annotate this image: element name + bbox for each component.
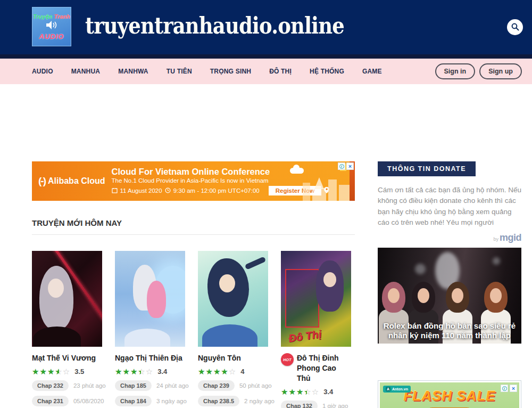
ad-photo-decoration — [493, 257, 500, 265]
hot-badge: HOT — [281, 353, 294, 366]
cover-art-decoration — [245, 256, 267, 270]
flash-sale-ad[interactable]: A Anten.vn i × FLASH SALE XEM NGAY — [378, 380, 521, 408]
chapter-row: Chap 231 05/08/2020 — [32, 396, 102, 406]
donate-text: Cám ơn tất cả các bạn đã ủng hộ nhóm. Nế… — [378, 185, 521, 228]
logo-text: Truyện Tranh — [33, 13, 70, 20]
star-rating-icon: ☆☆☆☆☆ ★★★★★ — [32, 368, 70, 376]
site-logo[interactable]: Truyện Tranh AUDIO — [32, 7, 71, 46]
nav-item-manhua[interactable]: MANHUA — [71, 68, 101, 75]
chapter-link[interactable]: Chap 239 — [198, 380, 235, 391]
info-icon: i — [502, 386, 507, 391]
nav-item-do-thi[interactable]: ĐÔ THỊ — [269, 68, 292, 75]
comic-card: Đô Thị HOT Đô Thị Đỉnh Phong Cao Thủ ☆☆☆… — [281, 251, 351, 408]
comic-cover-image[interactable] — [115, 251, 185, 347]
search-button[interactable] — [507, 19, 523, 35]
ad-info-button[interactable]: i — [501, 385, 508, 392]
logo-audio-label: AUDIO — [39, 32, 64, 40]
comic-title-link[interactable]: Nguyên Tôn — [198, 353, 241, 363]
comic-cover-image[interactable] — [198, 251, 268, 347]
ad-title: Cloud For Vietnam Online Conference — [112, 167, 330, 177]
chapter-link[interactable]: Chap 238.5 — [198, 396, 239, 406]
comic-title-link[interactable]: Ngạo Thị Thiên Địa — [115, 353, 182, 363]
chapter-time: 1 giờ ago — [322, 403, 348, 408]
ad-time: 9:30 am - 12:00 pm UTC+07:00 — [173, 187, 260, 194]
content-area: (-) Alibaba Cloud Cloud For Vietnam Onli… — [0, 84, 532, 408]
nav-item-trong-sinh[interactable]: TRỌNG SINH — [210, 68, 251, 75]
ad-controls: i × — [338, 162, 354, 170]
ad-controls: i × — [501, 385, 517, 392]
chapter-time: 23 phút ago — [73, 382, 106, 389]
ad-info-button[interactable]: i — [338, 162, 345, 170]
cover-art-decoration — [323, 272, 336, 287]
chapter-row: Chap 238.5 2 ngày ago — [198, 396, 268, 406]
sign-in-button[interactable]: Sign in — [435, 63, 476, 79]
comic-cover-image[interactable]: Đô Thị — [281, 251, 351, 347]
chapter-link[interactable]: Chap 185 — [115, 380, 152, 391]
alibaba-cloud-logo: (-) Alibaba Cloud — [38, 175, 105, 187]
header-divider — [0, 54, 532, 59]
main-nav: AUDIO MANHUA MANHWA TU TIÊN TRỌNG SINH Đ… — [0, 59, 532, 84]
sidebar: THÔNG TIN DONATE Cám ơn tất cả các bạn đ… — [378, 161, 521, 408]
donate-header: THÔNG TIN DONATE — [378, 161, 476, 176]
chapter-link[interactable]: Chap 184 — [115, 396, 152, 406]
clock-icon — [165, 187, 171, 194]
ad-source-badge[interactable]: A Anten.vn — [383, 386, 411, 393]
chapter-time: 3 ngày ago — [156, 398, 187, 404]
info-icon: i — [339, 164, 344, 169]
cover-art-decoration — [124, 329, 170, 347]
comic-card: Nguyên Tôn ☆☆☆☆☆ ★★★★★ 4 Chap 239 50 phú… — [198, 251, 268, 408]
rating-row: ☆☆☆☆☆ ★★★★★ 3.5 — [32, 368, 102, 376]
nav-item-game[interactable]: GAME — [362, 68, 382, 75]
mgid-attribution[interactable]: bymgid — [378, 232, 521, 243]
chapter-time: 05/08/2020 — [73, 398, 104, 404]
alibaba-ad-banner[interactable]: (-) Alibaba Cloud Cloud For Vietnam Onli… — [32, 161, 355, 201]
ad-close-button[interactable]: × — [510, 385, 517, 392]
nav-item-manhwa[interactable]: MANHWA — [118, 68, 148, 75]
cover-art-decoration — [33, 327, 81, 347]
close-icon: × — [512, 386, 515, 391]
rating-value: 3.4 — [157, 368, 167, 376]
chapter-row: Chap 185 24 phút ago — [115, 380, 185, 391]
rating-value: 3.5 — [74, 368, 84, 376]
section-title: TRUYỆN MỚI HÔM NAY — [32, 218, 355, 227]
nav-item-audio[interactable]: AUDIO — [32, 68, 53, 75]
comic-title-link[interactable]: Mạt Thế Vi Vương — [32, 353, 96, 363]
page-title: truyentranhaudio.online — [85, 13, 344, 39]
comic-card: Mạt Thế Vi Vương ☆☆☆☆☆ ★★★★★ 3.5 Chap 23… — [32, 251, 102, 408]
alibaba-brackets-icon: (-) — [38, 175, 45, 187]
comic-cover-image[interactable] — [32, 251, 102, 347]
header: Truyện Tranh AUDIO truyentranhaudio.onli… — [0, 0, 532, 54]
nav-item-tu-tien[interactable]: TU TIÊN — [167, 68, 192, 75]
chapter-link[interactable]: Chap 132 — [281, 401, 318, 408]
search-icon — [511, 22, 519, 32]
cover-art-decoration — [147, 281, 166, 318]
cover-art-decoration — [219, 274, 235, 292]
native-ad-caption: Rolex bán đồng hồ bản sao siêu rẻ nhân k… — [378, 321, 521, 341]
register-now-button[interactable]: Register Now — [269, 186, 322, 195]
star-rating-icon: ☆☆☆☆☆ ★★★★★ — [115, 368, 153, 376]
ad-meta-row: 11 August 2020 9:30 am - 12:00 pm UTC+07… — [112, 186, 330, 195]
rating-value: 4 — [240, 368, 244, 376]
ad-text-block: Cloud For Vietnam Online Conference The … — [112, 167, 330, 196]
comic-title-link[interactable]: Đô Thị Đỉnh Phong Cao Thủ — [297, 353, 351, 383]
chapter-link[interactable]: Chap 232 — [32, 380, 69, 391]
comic-card-list: Mạt Thế Vi Vương ☆☆☆☆☆ ★★★★★ 3.5 Chap 23… — [32, 251, 355, 408]
sign-up-button[interactable]: Sign up — [479, 63, 522, 79]
close-icon: × — [348, 164, 352, 169]
chapter-row: Chap 132 1 giờ ago — [281, 401, 351, 408]
chapter-row: Chap 232 23 phút ago — [32, 380, 102, 391]
ad-close-button[interactable]: × — [346, 162, 354, 170]
chapter-link[interactable]: Chap 231 — [32, 396, 69, 406]
mgid-logo: mgid — [500, 232, 521, 243]
rating-row: ☆☆☆☆☆ ★★★★★ 4 — [198, 368, 268, 376]
nav-item-he-thong[interactable]: HỆ THỐNG — [310, 68, 344, 75]
section-divider — [32, 234, 355, 235]
speaker-icon — [46, 20, 57, 32]
chapter-time: 2 ngày ago — [244, 398, 275, 404]
native-ad[interactable]: Rolex bán đồng hồ bản sao siêu rẻ nhân k… — [378, 248, 521, 344]
auth-buttons: Sign in Sign up — [435, 63, 522, 79]
cover-art-decoration: Đô Thị — [288, 328, 322, 345]
chapter-time: 50 phút ago — [239, 382, 272, 389]
star-rating-icon: ☆☆☆☆☆ ★★★★★ — [198, 368, 236, 376]
star-rating-icon: ☆☆☆☆☆ ★★★★★ — [281, 388, 319, 396]
